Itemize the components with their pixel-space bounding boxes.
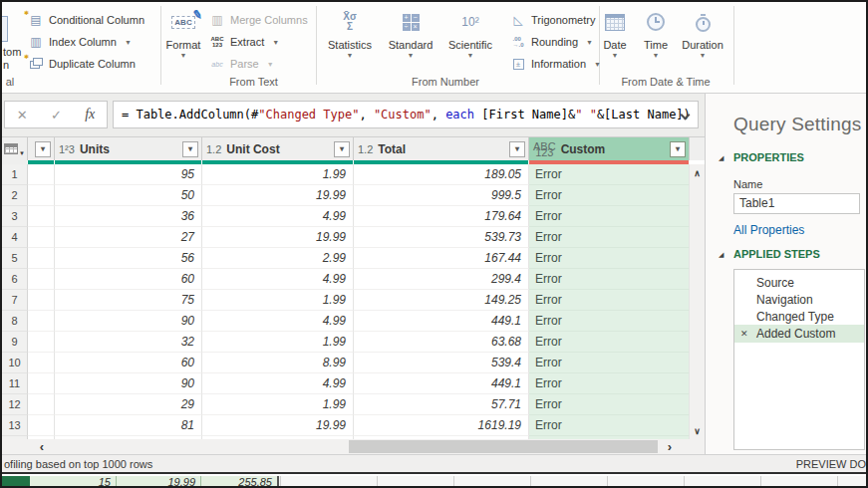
filter-dropdown-icon[interactable]	[35, 141, 51, 157]
cell-total[interactable]: 167.44	[354, 248, 529, 269]
time-button[interactable]: Time ▼	[638, 7, 674, 71]
applied-steps-section-header[interactable]: APPLIED STEPS	[733, 248, 820, 260]
commit-formula-icon[interactable]	[51, 106, 62, 123]
cell-unit-cost[interactable]: 4.99	[202, 311, 354, 332]
row-number[interactable]: 1	[2, 164, 28, 185]
cell-clipped[interactable]	[28, 332, 55, 353]
row-number[interactable]: 12	[2, 394, 28, 415]
format-button[interactable]: ABC Format ▼	[161, 7, 205, 71]
scroll-right-icon[interactable]: ›	[662, 439, 678, 454]
properties-section-header[interactable]: PROPERTIES	[733, 151, 804, 163]
horizontal-scroll-thumb[interactable]	[349, 440, 658, 453]
vertical-scrollbar[interactable]: ∧ ∨	[690, 164, 705, 439]
cell-unit-cost[interactable]: 2.99	[202, 248, 354, 269]
cell-total[interactable]: 57.71	[354, 394, 529, 415]
column-header-unit-cost[interactable]: 1.2 Unit Cost	[202, 137, 354, 160]
row-number[interactable]: 10	[2, 353, 28, 373]
information-button[interactable]: ± Information ▼	[510, 55, 601, 73]
cell-custom-error[interactable]: Error	[529, 311, 690, 332]
index-column-button[interactable]: Index Column ▼	[28, 33, 132, 51]
cell-custom-error[interactable]: Error	[529, 185, 690, 206]
cell-unit-cost[interactable]: 4.99	[202, 206, 354, 227]
cell-total[interactable]: 449.1	[354, 311, 529, 332]
cell-total[interactable]: 539.4	[354, 353, 529, 373]
row-number[interactable]: 7	[2, 290, 28, 311]
cancel-formula-icon[interactable]	[17, 106, 28, 123]
cell-total[interactable]: 539.73	[354, 227, 529, 248]
cell-unit-cost[interactable]: 19.99	[202, 185, 354, 206]
cell-units[interactable]: 60	[55, 269, 202, 290]
duplicate-column-button[interactable]: Duplicate Column	[28, 55, 136, 73]
decimal-type-icon[interactable]: 1.2	[206, 143, 221, 155]
conditional-column-button[interactable]: Conditional Column	[28, 11, 145, 29]
filter-dropdown-icon[interactable]	[509, 141, 525, 157]
cell-custom-error[interactable]: Error	[529, 227, 690, 248]
column-header-custom-selected[interactable]: ABC123 Custom	[529, 137, 690, 160]
row-number[interactable]: 8	[2, 311, 28, 332]
cell-custom-error[interactable]: Error	[529, 206, 690, 227]
cell-clipped[interactable]	[28, 415, 55, 436]
cell-total[interactable]: 149.25	[354, 290, 529, 311]
applied-step-navigation[interactable]: Navigation	[734, 291, 864, 308]
applied-step-changed-type[interactable]: Changed Type	[734, 308, 864, 325]
cell-custom-error[interactable]: Error	[529, 353, 690, 373]
cell-units[interactable]: 60	[55, 353, 202, 373]
cell-units[interactable]: 56	[55, 248, 202, 269]
row-number[interactable]: 13	[2, 415, 28, 436]
cell-unit-cost[interactable]: 19.99	[202, 415, 354, 436]
cell-unit-cost[interactable]: 8.99	[202, 353, 354, 373]
cell-units[interactable]: 32	[55, 332, 202, 353]
delete-step-icon[interactable]: ✕	[740, 329, 748, 339]
cell-clipped[interactable]	[28, 185, 55, 206]
duration-button[interactable]: Duration ▼	[678, 7, 727, 71]
scroll-left-icon[interactable]: ‹	[34, 439, 50, 454]
cell-unit-cost[interactable]: 1.99	[202, 164, 354, 185]
cell-custom-error[interactable]: Error	[529, 394, 690, 415]
decimal-type-icon[interactable]: 1.2	[358, 143, 373, 155]
row-number[interactable]: 11	[2, 373, 28, 394]
cell-total[interactable]: 299.4	[354, 269, 529, 290]
column-header-total[interactable]: 1.2 Total	[354, 137, 529, 160]
cell-clipped[interactable]	[28, 353, 55, 373]
rounding-button[interactable]: .00→.0 Rounding ▼	[510, 33, 593, 51]
custom-column-button-clipped[interactable]: tom	[3, 46, 21, 58]
cell-total[interactable]: 179.64	[354, 206, 529, 227]
cell-unit-cost[interactable]: 1.99	[202, 394, 354, 415]
scientific-button[interactable]: 10² Scientific ▼	[440, 7, 500, 71]
all-properties-link[interactable]: All Properties	[733, 223, 804, 237]
cell-total[interactable]: 999.5	[354, 185, 529, 206]
row-number[interactable]: 4	[2, 227, 28, 248]
cell-units[interactable]: 95	[55, 164, 202, 185]
table-select-corner[interactable]: ▼	[2, 137, 28, 160]
cell-custom-error[interactable]: Error	[529, 164, 690, 185]
collapse-properties-icon[interactable]: ◢	[719, 154, 723, 162]
column-header-units[interactable]: 1²3 Units	[55, 137, 202, 160]
whole-number-type-icon[interactable]: 1²3	[59, 143, 75, 155]
cell-custom-error[interactable]: Error	[529, 290, 690, 311]
cell-clipped[interactable]	[28, 164, 55, 185]
scroll-up-icon[interactable]: ∧	[690, 164, 705, 181]
cell-custom-error[interactable]: Error	[529, 248, 690, 269]
cell-unit-cost[interactable]: 1.99	[202, 290, 354, 311]
cell-unit-cost[interactable]: 4.99	[202, 269, 354, 290]
extract-button[interactable]: ABC123 Extract ▼	[209, 33, 279, 51]
filter-dropdown-icon[interactable]	[334, 141, 350, 157]
cell-unit-cost[interactable]: 1.99	[202, 332, 354, 353]
applied-step-source[interactable]: Source	[734, 274, 864, 291]
cell-units[interactable]: 75	[55, 290, 202, 311]
applied-step-added-custom[interactable]: ✕Added Custom	[734, 325, 864, 343]
query-name-input[interactable]: Table1	[733, 193, 860, 214]
cell-units[interactable]: 36	[55, 206, 202, 227]
date-button[interactable]: Date ▼	[596, 7, 634, 71]
cell-clipped[interactable]	[28, 311, 55, 332]
cell-custom-error[interactable]: Error	[529, 269, 690, 290]
statistics-button[interactable]: X̄σΣ Statistics ▼	[321, 7, 379, 71]
cell-units[interactable]: 90	[55, 373, 202, 394]
cell-units[interactable]: 50	[55, 185, 202, 206]
cell-unit-cost[interactable]: 4.99	[202, 373, 354, 394]
cell-units[interactable]: 29	[55, 394, 202, 415]
scroll-down-icon[interactable]: ∨	[690, 422, 705, 439]
cell-clipped[interactable]	[28, 227, 55, 248]
custom-column-button-clipped-line2[interactable]: n	[3, 59, 9, 71]
cell-clipped[interactable]	[28, 248, 55, 269]
